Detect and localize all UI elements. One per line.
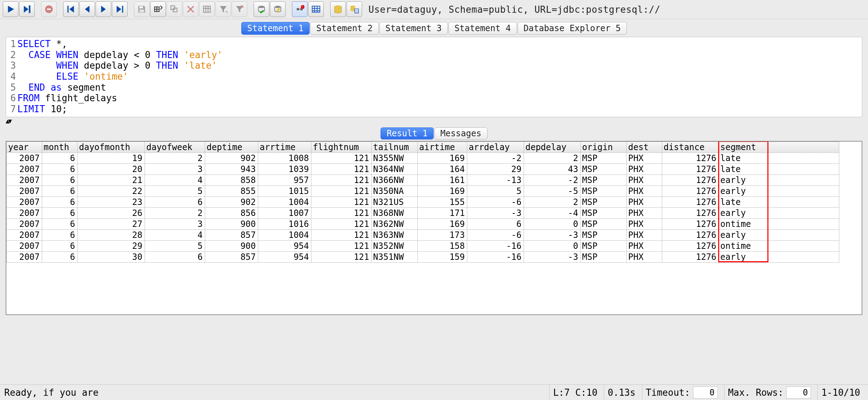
cell-segment[interactable]: ontime bbox=[719, 218, 768, 229]
rollback-icon[interactable] bbox=[270, 1, 286, 17]
cell-distance[interactable]: 1276 bbox=[662, 196, 719, 207]
cell-year[interactable]: 2007 bbox=[7, 229, 42, 240]
cell-origin[interactable]: MSP bbox=[581, 164, 627, 175]
table-row[interactable]: 200762628561007121N368NW171-3-4MSPPHX127… bbox=[7, 207, 839, 218]
cell-deptime[interactable]: 900 bbox=[205, 218, 258, 229]
column-header-arrtime[interactable]: arrtime bbox=[258, 142, 311, 153]
cell-arrtime[interactable]: 957 bbox=[258, 175, 311, 185]
cell-depdelay[interactable]: -5 bbox=[524, 185, 581, 196]
cell-tailnum[interactable]: N355NW bbox=[372, 153, 418, 164]
table-row[interactable]: 200762848571004121N363NW173-6-3MSPPHX127… bbox=[7, 229, 839, 240]
statement-tab-5[interactable]: Database Explorer 5 bbox=[518, 22, 627, 35]
cell-month[interactable]: 6 bbox=[42, 196, 78, 207]
cell-airtime[interactable]: 158 bbox=[418, 240, 467, 251]
cell-arrtime[interactable]: 1016 bbox=[258, 218, 311, 229]
cell-arrtime[interactable]: 1004 bbox=[258, 196, 311, 207]
cell-deptime[interactable]: 902 bbox=[205, 196, 258, 207]
cell-origin[interactable]: MSP bbox=[581, 229, 627, 240]
cell-arrtime[interactable]: 954 bbox=[258, 251, 311, 262]
cell-arrdelay[interactable]: 6 bbox=[467, 218, 524, 229]
cell-distance[interactable]: 1276 bbox=[662, 164, 719, 175]
db-icon[interactable] bbox=[330, 1, 346, 17]
reconnect-icon[interactable]: ! bbox=[292, 1, 308, 17]
cell-tailnum[interactable]: N368NW bbox=[372, 207, 418, 218]
column-header-dayofmonth[interactable]: dayofmonth bbox=[78, 142, 145, 153]
table-row[interactable]: 200761929021008121N355NW169-22MSPPHX1276… bbox=[7, 153, 839, 164]
cell-flightnum[interactable]: 121 bbox=[311, 153, 372, 164]
cell-tailnum[interactable]: N362NW bbox=[372, 218, 418, 229]
cell-arrtime[interactable]: 1007 bbox=[258, 207, 311, 218]
cell-distance[interactable]: 1276 bbox=[662, 185, 719, 196]
cell-tailnum[interactable]: N366NW bbox=[372, 175, 418, 185]
cell-dayofmonth[interactable]: 19 bbox=[78, 153, 145, 164]
cell-year[interactable]: 2007 bbox=[7, 240, 42, 251]
cell-distance[interactable]: 1276 bbox=[662, 229, 719, 240]
statement-tab-2[interactable]: Statement 2 bbox=[310, 22, 379, 35]
code-line[interactable]: WHEN depdelay > 0 THEN 'late' bbox=[17, 60, 860, 71]
cell-origin[interactable]: MSP bbox=[581, 185, 627, 196]
cell-deptime[interactable]: 855 bbox=[205, 185, 258, 196]
column-header-dest[interactable]: dest bbox=[627, 142, 662, 153]
cell-dest[interactable]: PHX bbox=[627, 251, 662, 262]
cell-dest[interactable]: PHX bbox=[627, 175, 662, 185]
cell-month[interactable]: 6 bbox=[42, 153, 78, 164]
column-header-month[interactable]: month bbox=[42, 142, 78, 153]
code-line[interactable]: FROM flight_delays bbox=[17, 93, 860, 104]
cell-dayofmonth[interactable]: 22 bbox=[78, 185, 145, 196]
cell-segment[interactable]: late bbox=[719, 196, 768, 207]
cell-distance[interactable]: 1276 bbox=[662, 218, 719, 229]
table-row[interactable]: 200762258551015121N350NA1695-5MSPPHX1276… bbox=[7, 185, 839, 196]
cell-flightnum[interactable]: 121 bbox=[311, 240, 372, 251]
cell-dest[interactable]: PHX bbox=[627, 185, 662, 196]
cell-flightnum[interactable]: 121 bbox=[311, 251, 372, 262]
table-row[interactable]: 200762739001016121N362NW16960MSPPHX1276o… bbox=[7, 218, 839, 229]
table-row[interactable]: 200762369021004121N321US155-62MSPPHX1276… bbox=[7, 196, 839, 207]
column-header-dayofweek[interactable]: dayofweek bbox=[145, 142, 205, 153]
run-icon[interactable] bbox=[3, 1, 18, 17]
result-grid[interactable]: yearmonthdayofmonthdayofweekdeptimearrti… bbox=[6, 142, 839, 263]
cell-dayofmonth[interactable]: 20 bbox=[78, 164, 145, 175]
code-line[interactable]: LIMIT 10; bbox=[17, 104, 860, 115]
cell-arrdelay[interactable]: -2 bbox=[467, 153, 524, 164]
cell-dayofmonth[interactable]: 23 bbox=[78, 196, 145, 207]
cell-dest[interactable]: PHX bbox=[627, 240, 662, 251]
statement-tab-3[interactable]: Statement 3 bbox=[379, 22, 448, 35]
cell-deptime[interactable]: 857 bbox=[205, 229, 258, 240]
cell-year[interactable]: 2007 bbox=[7, 153, 42, 164]
table-row[interactable]: 20076295900954121N352NW158-160MSPPHX1276… bbox=[7, 240, 839, 251]
cell-airtime[interactable]: 161 bbox=[418, 175, 467, 185]
column-header-distance[interactable]: distance bbox=[662, 142, 719, 153]
status-maxrows-input[interactable]: 0 bbox=[786, 387, 811, 399]
cell-origin[interactable]: MSP bbox=[581, 240, 627, 251]
cell-flightnum[interactable]: 121 bbox=[311, 218, 372, 229]
cell-dayofmonth[interactable]: 28 bbox=[78, 229, 145, 240]
cell-year[interactable]: 2007 bbox=[7, 207, 42, 218]
cell-segment[interactable]: early bbox=[719, 175, 768, 185]
table-row[interactable]: 20076214858957121N366NW161-13-2MSPPHX127… bbox=[7, 175, 839, 185]
cell-flightnum[interactable]: 121 bbox=[311, 207, 372, 218]
cell-dest[interactable]: PHX bbox=[627, 207, 662, 218]
db-schema-icon[interactable] bbox=[346, 1, 362, 17]
cell-dest[interactable]: PHX bbox=[627, 164, 662, 175]
table-row[interactable]: 200762039431039121N364NW1642943MSPPHX127… bbox=[7, 164, 839, 175]
cell-dayofmonth[interactable]: 30 bbox=[78, 251, 145, 262]
cell-distance[interactable]: 1276 bbox=[662, 251, 719, 262]
status-timeout-input[interactable]: 0 bbox=[693, 387, 718, 399]
cell-depdelay[interactable]: 0 bbox=[524, 240, 581, 251]
cell-arrdelay[interactable]: -6 bbox=[467, 196, 524, 207]
cell-month[interactable]: 6 bbox=[42, 185, 78, 196]
cell-arrdelay[interactable]: -3 bbox=[467, 207, 524, 218]
code-line[interactable]: SELECT *, bbox=[17, 39, 860, 50]
column-header-tailnum[interactable]: tailnum bbox=[372, 142, 418, 153]
cell-segment[interactable]: ontime bbox=[719, 240, 768, 251]
cell-airtime[interactable]: 169 bbox=[418, 185, 467, 196]
cell-origin[interactable]: MSP bbox=[581, 251, 627, 262]
cell-distance[interactable]: 1276 bbox=[662, 207, 719, 218]
cell-origin[interactable]: MSP bbox=[581, 207, 627, 218]
messages-tab[interactable]: Messages bbox=[434, 127, 487, 139]
cell-segment[interactable]: late bbox=[719, 153, 768, 164]
column-header-segment[interactable]: segment bbox=[719, 142, 768, 153]
cell-airtime[interactable]: 155 bbox=[418, 196, 467, 207]
cell-arrtime[interactable]: 1004 bbox=[258, 229, 311, 240]
cell-segment[interactable]: early bbox=[719, 229, 768, 240]
